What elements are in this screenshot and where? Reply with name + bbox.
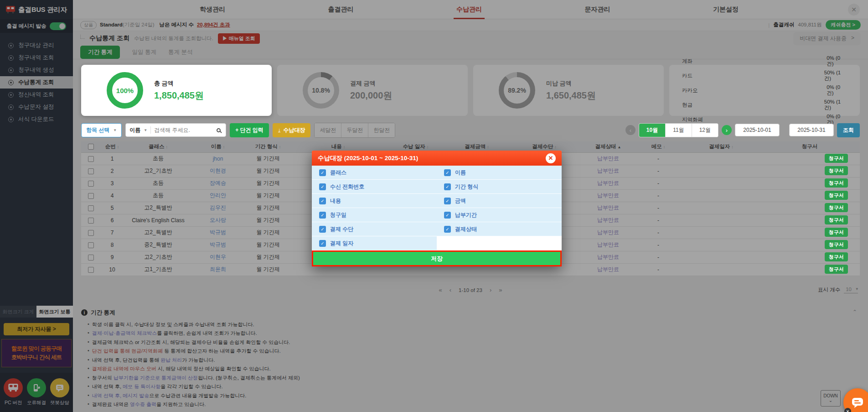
checkbox-name[interactable]: ✓이름 [437,166,562,180]
checkbox-billing-date[interactable]: ✓청구일 [312,208,437,222]
total-donut-chart: 100% [107,72,143,109]
invoice-button[interactable]: 청구서 [825,240,848,249]
checkbox-period-format[interactable]: ✓기간 형식 [437,180,562,194]
checked-checkbox-icon[interactable]: ✓ [319,169,326,176]
search-submit-button[interactable]: 조회 [837,123,860,137]
invoice-button[interactable]: 청구서 [825,228,848,237]
app-screen: 출결BUS 관리자 출결 메시지 발송 청구대상 관리 청구내역 조회 청구내역… [0,0,868,412]
chat-badge: ✕ [844,408,851,412]
field-select-button[interactable]: 항목 선택▼ [81,123,122,137]
search-icon[interactable] [217,128,221,132]
search-input[interactable] [154,127,213,133]
total-label: 총 금액 [154,79,204,88]
checked-checkbox-icon[interactable]: ✓ [444,212,451,219]
checked-checkbox-icon[interactable]: ✓ [444,226,451,233]
checkbox-payment-method[interactable]: ✓결제 수단 [312,222,437,236]
date-filter-group: ‹ 10월 11월 12월 › ~ 조회 [625,123,860,137]
invoice-button[interactable]: 청구서 [825,191,848,200]
checkbox-phone[interactable]: ✓수신 전화번호 [312,180,437,194]
single-entry-button[interactable]: + 단건 입력 [230,123,269,137]
month-buttons: 10월 11월 12월 [639,123,718,137]
month-december-button[interactable]: 12월 [692,124,718,137]
total-amount-card[interactable]: 100% 총 금액 1,850,485원 [81,65,272,116]
modal-save-button[interactable]: 저장 [313,252,560,265]
month-november-button[interactable]: 11월 [665,124,691,137]
invoice-button[interactable]: 청구서 [825,203,848,212]
checked-checkbox-icon[interactable]: ✓ [319,212,326,219]
checkbox-content[interactable]: ✓내용 [312,194,437,208]
checked-checkbox-icon[interactable]: ✓ [444,198,451,204]
save-highlight-border: 저장 [312,250,562,266]
chat-bubble-icon [851,396,864,409]
checked-checkbox-icon[interactable]: ✓ [444,169,451,176]
checked-checkbox-icon[interactable]: ✓ [319,183,326,190]
checked-checkbox-icon[interactable]: ✓ [319,198,326,204]
search-field-select[interactable]: 이름 [129,126,140,134]
checked-checkbox-icon[interactable]: ✓ [319,226,326,233]
date-to-input[interactable] [789,124,834,136]
search-box: 이름 ▼ [125,123,226,137]
invoice-button[interactable]: 청구서 [825,252,848,261]
date-from-input[interactable] [735,124,780,136]
invoice-button[interactable]: 청구서 [825,178,848,188]
modal-header: 수납대장 (2025-10-01 ~ 2025-10-31) ✕ [312,151,562,166]
invoice-button[interactable]: 청구서 [825,166,848,175]
chevron-down-icon: ▼ [113,128,117,132]
modal-checkbox-grid: ✓클래스 ✓이름 ✓수신 전화번호 ✓기간 형식 ✓내용 ✓금액 ✓청구일 ✓납… [312,166,562,250]
modal-title: 수납대장 (2025-10-01 ~ 2025-10-31) [318,154,418,162]
ledger-modal: 수납대장 (2025-10-01 ~ 2025-10-31) ✕ ✓클래스 ✓이… [312,151,562,266]
empty-cell [437,236,562,250]
divider [150,126,151,134]
checkbox-class[interactable]: ✓클래스 [312,166,437,180]
chevron-down-icon: ▼ [144,128,147,132]
checkbox-payment-date[interactable]: ✓결제 일자 [312,236,437,250]
invoice-button[interactable]: 청구서 [825,215,848,224]
checked-checkbox-icon[interactable]: ✓ [319,240,326,247]
download-icon: ↓ [278,128,281,132]
next-month-arrow[interactable]: › [722,125,732,135]
modal-close-button[interactable]: ✕ [546,153,556,163]
checked-checkbox-icon[interactable]: ✓ [444,183,451,190]
month-october-button[interactable]: 10월 [639,124,665,137]
checkbox-amount[interactable]: ✓금액 [437,194,562,208]
ledger-download-button[interactable]: ↓수납대장 [273,123,311,137]
checkbox-payment-status[interactable]: ✓결제상태 [437,222,562,236]
checkbox-payment-period[interactable]: ✓납부기간 [437,208,562,222]
total-amount: 1,850,485원 [154,89,204,102]
invoice-button[interactable]: 청구서 [825,154,848,163]
invoice-button[interactable]: 청구서 [825,265,848,274]
